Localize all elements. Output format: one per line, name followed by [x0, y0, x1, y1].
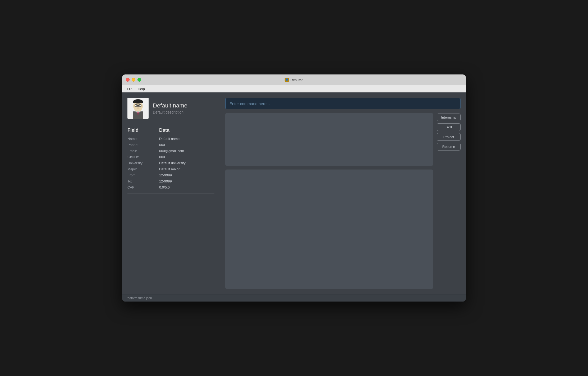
field-value-university: Default university	[159, 161, 214, 165]
sidebar: Default name Default description Field D…	[122, 92, 220, 294]
field-row-from: From: 12-9999	[127, 172, 214, 178]
field-value-github: 000	[159, 155, 214, 159]
command-input[interactable]	[225, 98, 461, 109]
resume-button[interactable]: Resume	[437, 143, 461, 151]
fields-header: Field Data	[127, 128, 214, 133]
app-icon: 👤	[285, 78, 289, 82]
field-row-cap: CAP: 0.0/5.0	[127, 184, 214, 190]
traffic-lights	[126, 78, 141, 82]
bottom-panel	[225, 170, 433, 289]
command-bar	[225, 98, 461, 109]
field-label-to: To:	[127, 179, 159, 183]
maximize-button[interactable]	[137, 78, 141, 82]
svg-point-10	[136, 105, 137, 106]
status-bar: ./data/resume.json	[122, 294, 466, 302]
svg-point-11	[140, 105, 140, 106]
main-content: Internship Skill Project Resume	[220, 92, 466, 294]
profile-name: Default name	[153, 102, 187, 109]
title-bar: 👤 ResuMe	[122, 74, 466, 85]
status-text: ./data/resume.json	[126, 296, 152, 300]
field-label-from: From:	[127, 173, 159, 177]
menu-help[interactable]: Help	[136, 86, 147, 91]
menu-file[interactable]: File	[125, 86, 135, 91]
field-label-email: Email:	[127, 149, 159, 153]
skill-button[interactable]: Skill	[437, 123, 461, 131]
field-row-name: Name: Default name	[127, 136, 214, 142]
fields-section: Field Data Name: Default name Phone: 000…	[122, 123, 220, 294]
svg-point-15	[137, 107, 139, 108]
panels-column	[225, 113, 433, 289]
field-value-major: Default major	[159, 167, 214, 171]
field-value-cap: 0.0/5.0	[159, 185, 214, 189]
field-label-name: Name:	[127, 137, 159, 141]
internship-button[interactable]: Internship	[437, 114, 461, 121]
field-label-phone: Phone:	[127, 143, 159, 147]
profile-info: Default name Default description	[153, 102, 187, 114]
buttons-column: Internship Skill Project Resume	[437, 113, 461, 289]
svg-rect-7	[133, 101, 143, 103]
app-window: 👤 ResuMe File Help	[122, 74, 466, 302]
top-panel	[225, 113, 433, 166]
close-button[interactable]	[126, 78, 130, 82]
profile-description: Default description	[153, 110, 187, 114]
field-row-university: University: Default university	[127, 160, 214, 166]
minimize-button[interactable]	[132, 78, 135, 82]
field-value-to: 12-9999	[159, 179, 214, 183]
window-title-area: 👤 ResuMe	[285, 78, 303, 82]
field-row-github: GitHub: 000	[127, 154, 214, 160]
field-label-university: University:	[127, 161, 159, 165]
field-col-header: Field	[127, 128, 159, 133]
project-button[interactable]: Project	[437, 133, 461, 141]
profile-section: Default name Default description	[122, 92, 220, 123]
field-row-to: To: 12-9999	[127, 178, 214, 184]
data-col-header: Data	[159, 128, 214, 133]
fields-divider	[127, 194, 214, 194]
field-value-email: 000@gmail.com	[159, 149, 214, 153]
field-label-major: Major:	[127, 167, 159, 171]
field-label-github: GitHub:	[127, 155, 159, 159]
menu-bar: File Help	[122, 85, 466, 92]
window-title: ResuMe	[291, 78, 303, 82]
field-value-from: 12-9999	[159, 173, 214, 177]
field-row-phone: Phone: 000	[127, 142, 214, 148]
field-row-major: Major: Default major	[127, 166, 214, 172]
panels-and-buttons: Internship Skill Project Resume	[225, 113, 461, 289]
app-body: Default name Default description Field D…	[122, 92, 466, 294]
field-value-name: Default name	[159, 137, 214, 141]
field-value-phone: 000	[159, 143, 214, 147]
field-label-cap: CAP:	[127, 185, 159, 189]
avatar	[127, 98, 149, 119]
field-row-email: Email: 000@gmail.com	[127, 148, 214, 154]
